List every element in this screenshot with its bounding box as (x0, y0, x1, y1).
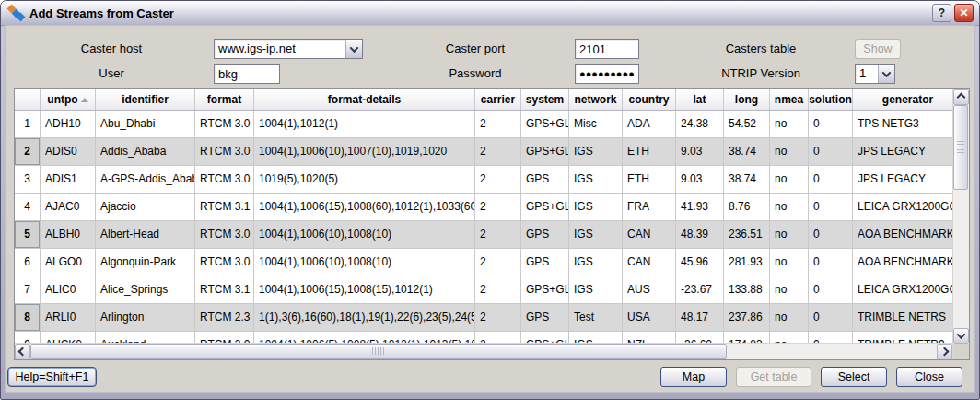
scroll-up-button[interactable] (953, 89, 969, 105)
cell-format[interactable]: RTCM 3.0 (195, 166, 254, 194)
cell-long[interactable]: 133.88 (724, 276, 770, 304)
cell-nmea[interactable]: no (770, 249, 809, 276)
cell-nmea[interactable]: no (770, 221, 809, 249)
cell-carrier[interactable]: 2 (475, 249, 521, 276)
close-button[interactable]: Close (896, 367, 962, 387)
cell-generator[interactable]: JPS LEGACY (853, 138, 952, 166)
title-bar[interactable]: Add Streams from Caster ? ✕ (1, 1, 979, 26)
cell-carrier[interactable]: 2 (475, 166, 521, 194)
cell-nmea[interactable]: no (770, 166, 809, 194)
table-row[interactable]: 4AJAC0AjaccioRTCM 3.11004(1),1006(15),10… (15, 194, 952, 221)
column-header-system[interactable]: system (521, 89, 569, 110)
cell-system[interactable]: GPS (521, 221, 569, 249)
table-row[interactable]: 8ARLI0ArlingtonRTCM 2.31(1),3(6),16(60),… (15, 304, 952, 332)
map-button[interactable]: Map (660, 367, 727, 387)
cell-solution[interactable]: 0 (809, 194, 853, 221)
row-header[interactable]: 3 (15, 166, 41, 194)
cell-solution[interactable]: 0 (809, 332, 853, 343)
cell-nmea[interactable]: no (770, 111, 809, 138)
cell-mountpoint[interactable]: ADH10 (41, 111, 96, 138)
cell-network[interactable]: IGS (569, 221, 623, 249)
cell-format[interactable]: RTCM 3.1 (195, 194, 254, 221)
cell-mountpoint[interactable]: ADIS1 (41, 166, 96, 194)
cell-generator[interactable]: AOA BENCHMARK (853, 221, 952, 249)
cell-lat[interactable]: 41.93 (676, 194, 724, 221)
cell-generator[interactable]: LEICA GRX1200GG (853, 194, 952, 221)
cell-country[interactable]: ADA (623, 111, 676, 138)
help-shortcut-button[interactable]: Help=Shift+F1 (7, 367, 97, 387)
column-header-carrier[interactable]: carrier (475, 89, 521, 110)
cell-identifier[interactable]: Ajaccio (96, 194, 195, 221)
cell-identifier[interactable]: A-GPS-Addis_Ababa (96, 166, 195, 194)
cell-carrier[interactable]: 2 (475, 111, 521, 138)
column-header-identifier[interactable]: identifier (96, 89, 195, 110)
cell-mountpoint[interactable]: ALBH0 (41, 221, 96, 249)
cell-format-details[interactable]: 1019(5),1020(5) (254, 166, 475, 194)
cell-solution[interactable]: 0 (809, 276, 853, 304)
table-row[interactable]: 1ADH10Abu_DhabiRTCM 3.01004(1),1012(1)2G… (15, 111, 952, 138)
cell-lat[interactable]: 48.39 (676, 221, 724, 249)
cell-carrier[interactable]: 2 (475, 304, 521, 332)
cell-generator[interactable]: LEICA GRX1200GG (853, 276, 952, 304)
cell-format[interactable]: RTCM 3.0 (195, 249, 254, 276)
cell-system[interactable]: GPS (521, 304, 569, 332)
cell-lat[interactable]: 9.03 (676, 166, 724, 194)
vertical-scroll-thumb[interactable] (953, 105, 968, 190)
column-header-solution[interactable]: solution (809, 89, 853, 110)
cell-identifier[interactable]: Alice_Springs (96, 276, 195, 304)
cell-network[interactable]: IGS (569, 138, 623, 166)
cell-generator[interactable]: TRIMBLE NETR9 (853, 332, 952, 343)
cell-network[interactable]: IGS (569, 166, 623, 194)
cell-carrier[interactable]: 2 (475, 138, 521, 166)
column-header-lat[interactable]: lat (676, 89, 724, 110)
row-header[interactable]: 9 (15, 332, 41, 343)
cell-format[interactable]: RTCM 3.0 (195, 111, 254, 138)
cell-solution[interactable]: 0 (809, 111, 853, 138)
cell-solution[interactable]: 0 (809, 166, 853, 194)
cell-long[interactable]: 38.74 (724, 166, 770, 194)
table-row[interactable]: 5ALBH0Albert-HeadRTCM 3.01004(1),1006(10… (15, 221, 952, 249)
cell-lat[interactable]: 24.38 (676, 111, 724, 138)
cell-identifier[interactable]: Algonquin-Park (96, 249, 195, 276)
cell-generator[interactable]: JPS LEGACY (853, 166, 952, 194)
show-casters-table-button[interactable]: Show (855, 39, 901, 59)
caster-host-dropdown-button[interactable] (345, 40, 362, 58)
cell-mountpoint[interactable]: ADIS0 (41, 138, 96, 166)
cell-identifier[interactable]: Abu_Dhabi (96, 111, 195, 138)
cell-lat[interactable]: -36.60 (676, 332, 724, 343)
context-help-button[interactable]: ? (932, 4, 951, 22)
cell-identifier[interactable]: Albert-Head (96, 221, 195, 249)
column-header-format[interactable]: format (195, 89, 254, 110)
cell-mountpoint[interactable]: ALIC0 (41, 276, 96, 304)
cell-solution[interactable]: 0 (809, 138, 853, 166)
cell-network[interactable]: IGS (569, 332, 623, 343)
cell-long[interactable]: 281.93 (724, 249, 770, 276)
row-header[interactable]: 4 (15, 194, 41, 221)
select-button[interactable]: Select (821, 367, 887, 387)
cell-country[interactable]: USA (623, 304, 676, 332)
cell-nmea[interactable]: no (770, 332, 809, 343)
cell-country[interactable]: FRA (623, 194, 676, 221)
cell-format-details[interactable]: 1004(1),1006(5),1008(5),1012(1),1013(5),… (254, 332, 475, 343)
table-row[interactable]: 6ALGO0Algonquin-ParkRTCM 3.01004(1),1006… (15, 249, 952, 276)
cell-system[interactable]: GPS (521, 166, 569, 194)
column-header-nmea[interactable]: nmea (770, 89, 809, 110)
cell-nmea[interactable]: no (770, 138, 809, 166)
get-table-button[interactable]: Get table (736, 367, 811, 387)
corner-header[interactable] (15, 89, 41, 110)
cell-format[interactable]: RTCM 3.0 (195, 138, 254, 166)
column-header-network[interactable]: network (569, 89, 623, 110)
ntrip-version-dropdown-button[interactable] (878, 65, 894, 83)
cell-long[interactable]: 174.83 (724, 332, 770, 343)
row-header[interactable]: 6 (15, 249, 41, 276)
cell-system[interactable]: GPS+GLO (521, 111, 569, 138)
cell-identifier[interactable]: Arlington (96, 304, 195, 332)
cell-long[interactable]: 237.86 (724, 304, 770, 332)
scroll-down-button[interactable] (953, 328, 969, 344)
cell-solution[interactable]: 0 (809, 221, 853, 249)
cell-carrier[interactable]: 2 (475, 194, 521, 221)
table-row[interactable]: 7ALIC0Alice_SpringsRTCM 3.11004(1),1006(… (15, 276, 952, 304)
cell-carrier[interactable]: 2 (475, 221, 521, 249)
cell-generator[interactable]: TPS NETG3 (853, 111, 952, 138)
table-row[interactable]: 3ADIS1A-GPS-Addis_AbabaRTCM 3.01019(5),1… (15, 166, 952, 194)
